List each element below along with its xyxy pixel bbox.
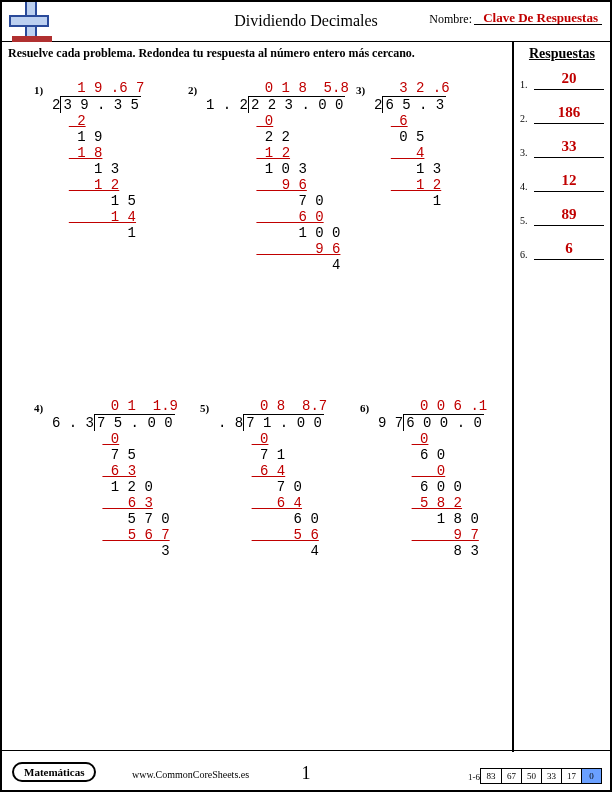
- divisor: . 8: [218, 415, 243, 431]
- footer: Matemáticas www.CommonCoreSheets.es 1 1-…: [2, 750, 610, 790]
- worksheet-page: Dividiendo Decimales Nombre: Clave De Re…: [0, 0, 612, 792]
- work-step: 1 3: [52, 161, 144, 177]
- answer-row: 2.186: [520, 104, 604, 124]
- problem-number: 1): [34, 82, 43, 98]
- work-step: 7 1: [218, 447, 327, 463]
- instructions: Resuelve cada problema. Redondea tu resp…: [8, 46, 506, 61]
- work-step: 6 3: [52, 463, 178, 479]
- problem-3: 3) 3 2 .626 5 . 3 6 0 5 4 1 3 1 2 1: [374, 80, 450, 209]
- work-step: 3: [52, 543, 178, 559]
- work-step: 6 4: [218, 495, 327, 511]
- answer-value: 12: [534, 172, 604, 192]
- work-step: 6 3: [52, 495, 178, 511]
- answer-number: 6.: [520, 249, 534, 260]
- quotient: 0 8 8.7: [218, 398, 327, 414]
- divisor: 2: [374, 97, 382, 113]
- work-step: 6 0: [218, 511, 327, 527]
- work-step: 1 0 0: [206, 225, 349, 241]
- dividend: 6 5 . 3: [382, 96, 446, 113]
- work-step: 0: [378, 431, 487, 447]
- work-step: 6 0: [206, 209, 349, 225]
- work-step: 0: [52, 431, 178, 447]
- work-step: 9 6: [206, 241, 349, 257]
- quotient: 0 1 8 5.8: [206, 80, 349, 96]
- problem-6: 6) 0 0 6 .19 76 0 0 . 0 0 6 0 0 6 0 0 5 …: [378, 398, 487, 559]
- division-setup: . 87 1 . 0 0: [218, 414, 327, 431]
- name-underline: [474, 24, 602, 25]
- division-setup: 6 . 37 5 . 0 0: [52, 414, 178, 431]
- work-step: 1 9: [52, 129, 144, 145]
- answer-row: 6.6: [520, 240, 604, 260]
- work-step: 2: [52, 113, 144, 129]
- work-step: 2 2: [206, 129, 349, 145]
- divisor: 9 7: [378, 415, 403, 431]
- header: Dividiendo Decimales Nombre: Clave De Re…: [2, 2, 610, 42]
- quotient: 0 1 1.9: [52, 398, 178, 414]
- answers-header: Respuestas: [520, 46, 604, 62]
- divisor: 1 . 2: [206, 97, 248, 113]
- problem-5: 5) 0 8 8.7. 87 1 . 0 0 0 7 1 6 4 7 0 6 4…: [218, 398, 327, 559]
- work-step: 0: [218, 431, 327, 447]
- work-step: 0: [206, 113, 349, 129]
- work-step: 1 0 3: [206, 161, 349, 177]
- work-step: 1: [52, 225, 144, 241]
- answer-row: 4.12: [520, 172, 604, 192]
- problem-4: 4) 0 1 1.96 . 37 5 . 0 0 0 7 5 6 3 1 2 0…: [52, 398, 178, 559]
- scale-label: 1-6: [468, 772, 480, 782]
- answer-value: 20: [534, 70, 604, 90]
- work-step: 1 8: [52, 145, 144, 161]
- answer-row: 3.33: [520, 138, 604, 158]
- work-step: 8 3: [378, 543, 487, 559]
- dividend: 6 0 0 . 0: [403, 414, 484, 431]
- answer-number: 2.: [520, 113, 534, 124]
- scale-cell: 33: [541, 769, 561, 783]
- work-step: 5 6: [218, 527, 327, 543]
- work-step: 5 7 0: [52, 511, 178, 527]
- scale-cell: 0: [581, 769, 601, 783]
- work-step: 5 6 7: [52, 527, 178, 543]
- work-step: 6 0 0: [378, 479, 487, 495]
- problem-number: 3): [356, 82, 365, 98]
- division-setup: 1 . 22 2 3 . 0 0: [206, 96, 349, 113]
- scale-cell: 17: [561, 769, 581, 783]
- answer-number: 3.: [520, 147, 534, 158]
- answers-column: Respuestas 1.202.1863.334.125.896.6: [512, 42, 610, 752]
- quotient: 3 2 .6: [374, 80, 450, 96]
- work-step: 1 2: [52, 177, 144, 193]
- problem-number: 5): [200, 400, 209, 416]
- answer-row: 5.89: [520, 206, 604, 226]
- name-label: Nombre:: [429, 12, 472, 27]
- work-step: 7 0: [206, 193, 349, 209]
- work-step: 1 2 0: [52, 479, 178, 495]
- answer-value: 186: [534, 104, 604, 124]
- answer-number: 1.: [520, 79, 534, 90]
- work-step: 6: [374, 113, 450, 129]
- problems-area: Resuelve cada problema. Redondea tu resp…: [2, 42, 512, 752]
- work-step: 4: [218, 543, 327, 559]
- work-step: 4: [206, 257, 349, 273]
- dividend: 3 9 . 3 5: [60, 96, 141, 113]
- division-setup: 26 5 . 3: [374, 96, 450, 113]
- answer-value: 33: [534, 138, 604, 158]
- answer-value: 6: [534, 240, 604, 260]
- scale-cell: 50: [521, 769, 541, 783]
- work-step: 5 8 2: [378, 495, 487, 511]
- work-step: 1 5: [52, 193, 144, 209]
- quotient: 1 9 .6 7: [52, 80, 144, 96]
- divisor: 6 . 3: [52, 415, 94, 431]
- dividend: 7 1 . 0 0: [243, 414, 324, 431]
- work-step: 7 0: [218, 479, 327, 495]
- answer-number: 5.: [520, 215, 534, 226]
- work-step: 7 5: [52, 447, 178, 463]
- dividend: 2 2 3 . 0 0: [248, 96, 345, 113]
- answer-number: 4.: [520, 181, 534, 192]
- work-step: 1: [374, 193, 450, 209]
- work-step: 1 8 0: [378, 511, 487, 527]
- divisor: 2: [52, 97, 60, 113]
- work-step: 6 0: [378, 447, 487, 463]
- division-setup: 23 9 . 3 5: [52, 96, 144, 113]
- work-step: 4: [374, 145, 450, 161]
- work-step: 9 6: [206, 177, 349, 193]
- dividend: 7 5 . 0 0: [94, 414, 175, 431]
- problem-1: 1) 1 9 .6 723 9 . 3 5 2 1 9 1 8 1 3 1 2 …: [52, 80, 144, 241]
